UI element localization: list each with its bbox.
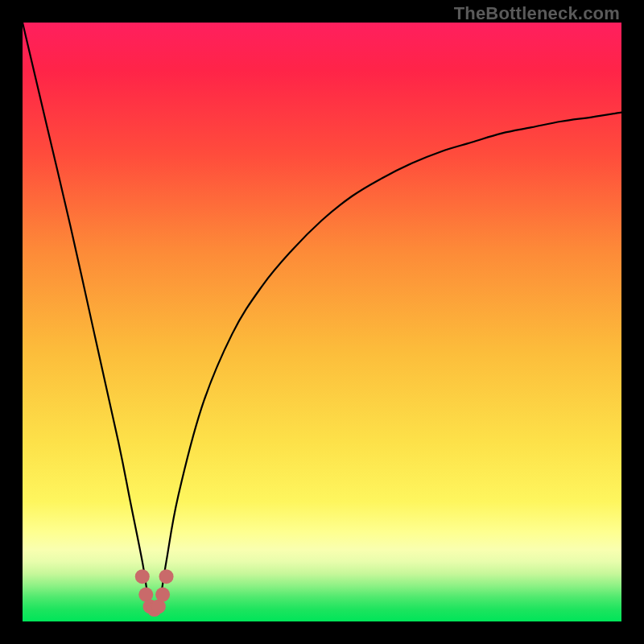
marker-dot (155, 588, 170, 602)
gradient-background (23, 23, 621, 621)
bottleneck-chart (23, 23, 621, 621)
marker-dot (159, 569, 174, 584)
chart-frame (23, 23, 621, 621)
watermark-label: TheBottleneck.com (454, 3, 620, 24)
marker-dot (135, 569, 150, 584)
